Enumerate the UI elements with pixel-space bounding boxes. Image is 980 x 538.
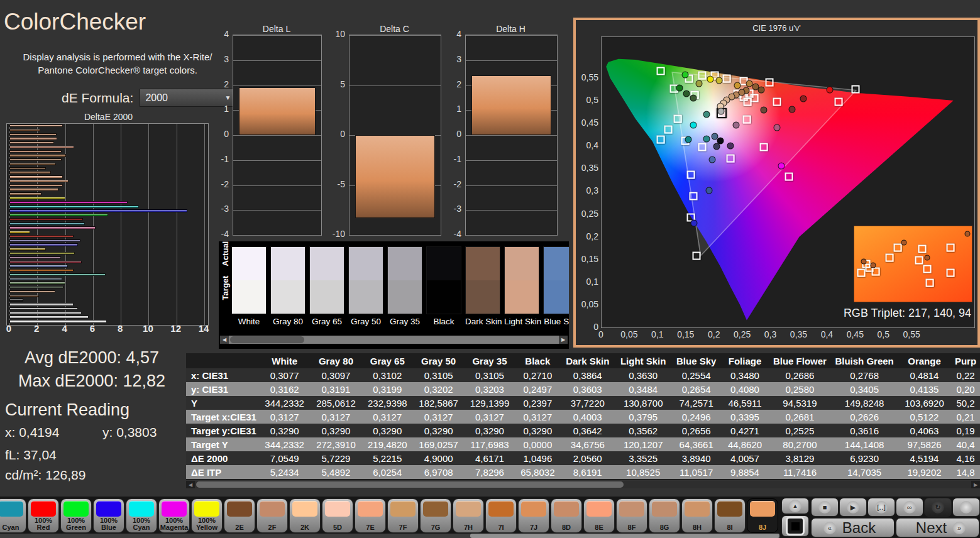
patch-swatch: [750, 501, 775, 517]
scroll-left-icon[interactable]: ◀: [186, 481, 195, 488]
description: Display analysis is performed with the X…: [16, 50, 219, 77]
inset-measurement-circle: [964, 231, 970, 237]
axis-tick-label: 0,25: [734, 329, 751, 339]
blank-button[interactable]: [952, 498, 980, 517]
refresh-icon: ↻: [932, 501, 944, 513]
measurement-circle: [713, 143, 720, 150]
patch-button-8f[interactable]: 8F: [616, 498, 647, 533]
patch-button-7i[interactable]: 7I: [485, 498, 517, 533]
table-cell: 0,2656: [671, 424, 722, 437]
table-cell: 7,0549: [259, 451, 310, 465]
toolbar-scroll-thumb[interactable]: [470, 534, 779, 538]
patch-button-2f[interactable]: 2F: [256, 498, 288, 533]
axis-tick-label: 0,1: [576, 277, 598, 287]
deltae-bar: [9, 209, 187, 212]
measurement-circle: [788, 106, 795, 113]
table-cell: 0,2397: [515, 396, 560, 410]
patch-button-100-blue[interactable]: 100% Blue: [93, 498, 124, 533]
infinity-button[interactable]: ∞: [896, 498, 923, 517]
delta-bar: [239, 87, 316, 135]
patch-button-8e[interactable]: 8E: [583, 498, 615, 533]
swatch-comparison-panel: Actual Target WhiteGray 80Gray 65Gray 50…: [219, 241, 569, 349]
axis-tick-label: 0,1: [651, 329, 663, 339]
patch-button-8h[interactable]: 8H: [681, 498, 713, 533]
table-cell: 232,9398: [362, 396, 413, 410]
target-square: [726, 154, 734, 162]
next-arrow-icon: »: [953, 522, 966, 534]
swatch-scrollbar[interactable]: ◀ ▶: [220, 336, 568, 344]
scroll-right-icon[interactable]: ▶: [559, 336, 568, 344]
stop-button[interactable]: ■: [811, 498, 839, 517]
color-swatch-black: [426, 246, 461, 314]
axis-tick-label: 0,15: [677, 329, 694, 339]
swatch-scroll-thumb[interactable]: [230, 336, 304, 343]
deltae-bar: [9, 175, 63, 178]
rgb-triplet-label: RGB Triplet: 217, 140, 94: [727, 307, 971, 320]
refresh-button[interactable]: ↻: [924, 498, 952, 517]
table-cell: 0,3127: [259, 410, 310, 424]
big-stop-button[interactable]: [781, 515, 809, 537]
table-cell: 272,3910: [310, 437, 361, 451]
table-cell: 103,6920: [898, 396, 951, 410]
table-column-header: Purp: [951, 353, 980, 368]
back-button[interactable]: « Back: [811, 518, 895, 537]
colorchecker-screen: ColorChecker Display analysis is perform…: [0, 0, 980, 538]
play-button[interactable]: ▶: [839, 498, 867, 517]
loop-bracket-button[interactable]: [‥]: [867, 498, 895, 517]
table-column-header: Gray 65: [362, 353, 413, 368]
inset-target-square: [886, 254, 894, 262]
patch-swatch: [96, 501, 121, 517]
panel-up-button[interactable]: ▲: [781, 498, 809, 514]
patch-button-5d[interactable]: 5D: [322, 498, 353, 533]
deltae-bar: [9, 137, 57, 140]
table-cell: 0,3395: [721, 410, 768, 424]
patch-label: 8F: [617, 524, 646, 531]
patch-button-7f[interactable]: 7F: [387, 498, 419, 533]
patch-button-8g[interactable]: 8G: [649, 498, 680, 533]
patch-button-100-green[interactable]: 100% Green: [60, 498, 92, 533]
patch-button-7j[interactable]: 7J: [518, 498, 549, 533]
patch-button-cyan[interactable]: Cyan: [0, 498, 26, 533]
table-cell: 129,1399: [464, 396, 515, 410]
table-cell: 0,3290: [362, 424, 413, 437]
table-scrollbar[interactable]: ◀ ▶: [186, 481, 980, 488]
patch-button-7e[interactable]: 7E: [355, 498, 386, 533]
inset-target-square: [857, 269, 866, 277]
table-row-label: y: CIE31: [186, 382, 259, 396]
table-cell: 0,2626: [831, 410, 898, 424]
patch-button-100-yellow[interactable]: 100% Yellow: [191, 498, 223, 533]
scroll-right-icon[interactable]: ▶: [971, 481, 980, 488]
color-swatch-white: [231, 246, 267, 314]
patch-label: 7G: [421, 524, 450, 531]
table-cell: 8,6191: [560, 465, 615, 479]
patch-button-100-red[interactable]: 100% Red: [28, 498, 59, 533]
patch-button-8d[interactable]: 8D: [551, 498, 582, 533]
inset-target-square: [947, 269, 955, 277]
table-row: ΔE 20007,05495,72295,22154,90004,61711,0…: [186, 451, 980, 465]
next-button[interactable]: Next »: [896, 518, 979, 537]
axis-tick-label: 12: [170, 323, 181, 334]
axis-tick-label: 10: [143, 323, 153, 334]
target-square: [852, 85, 860, 94]
patch-button-8i[interactable]: 8I: [714, 498, 746, 533]
inset-measurement-circle: [924, 255, 930, 261]
actual-row-label: Actual: [221, 256, 230, 266]
scroll-left-icon[interactable]: ◀: [220, 336, 229, 344]
swatch-actual: [427, 247, 461, 280]
patch-swatch: [358, 501, 383, 517]
patch-button-2k[interactable]: 2K: [289, 498, 321, 533]
toolbar-scrollbar[interactable]: [0, 534, 779, 538]
patch-button-8j[interactable]: 8J: [747, 498, 778, 533]
target-square: [657, 136, 665, 144]
table-column-header: Orange: [898, 353, 951, 368]
patch-button-7g[interactable]: 7G: [420, 498, 451, 533]
table-column-header: Bluish Green: [831, 353, 898, 368]
patch-button-100-cyan[interactable]: 100% Cyan: [126, 498, 157, 533]
table-column-header: Blue Sky: [671, 353, 722, 368]
patch-button-7h[interactable]: 7H: [453, 498, 484, 533]
table-scroll-thumb[interactable]: [196, 481, 624, 488]
axis-tick-label: 5: [326, 79, 345, 89]
axis-tick-label: 4: [443, 29, 461, 39]
patch-button-2e[interactable]: 2E: [224, 498, 255, 533]
patch-button-100-magenta[interactable]: 100% Magenta: [158, 498, 190, 533]
